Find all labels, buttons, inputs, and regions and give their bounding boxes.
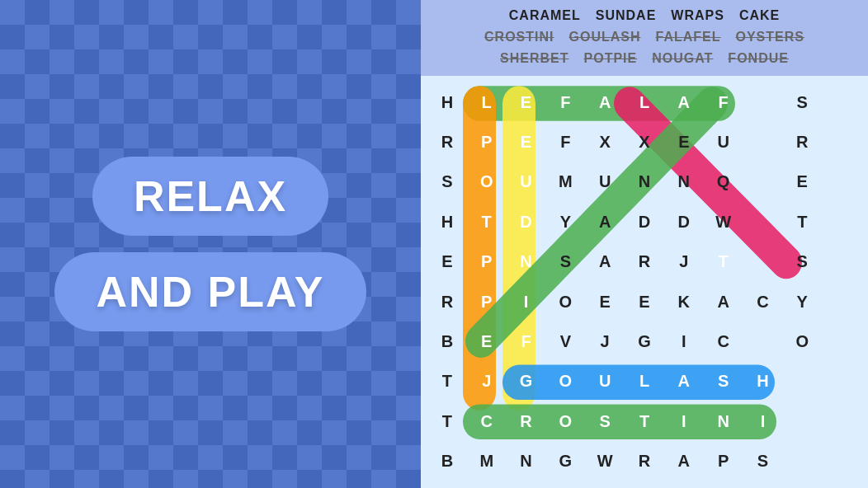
cell-3-0: H <box>427 202 467 242</box>
cell-6-9: O <box>782 321 822 361</box>
cell-0-1: L <box>467 82 507 122</box>
cell-5-5: E <box>625 282 664 321</box>
word-nougat: NOUGAT <box>649 49 716 68</box>
cell-0-9: S <box>782 82 822 122</box>
cell-3-8 <box>743 202 783 242</box>
cell-7-5: L <box>625 362 664 401</box>
cell-0-3: F <box>545 82 585 122</box>
cell-9-6: A <box>664 442 704 481</box>
cell-7-7: S <box>704 362 743 401</box>
cell-3-7: W <box>704 202 743 242</box>
cell-9-10 <box>822 442 861 481</box>
cell-8-7: N <box>704 401 743 441</box>
cell-1-0: R <box>427 122 467 162</box>
relax-text: RELAX <box>134 171 287 221</box>
cell-6-8 <box>743 321 783 361</box>
cell-0-4: A <box>585 82 625 122</box>
cell-7-8: H <box>743 362 783 401</box>
left-panel: RELAX AND PLAY <box>0 0 421 488</box>
cell-5-4: E <box>585 282 625 321</box>
cell-1-1: P <box>467 122 507 162</box>
cell-8-4: S <box>585 401 625 441</box>
cell-2-4: U <box>585 162 625 202</box>
word-potpie: POTPIE <box>581 49 641 68</box>
word-row-3: SHERBET POTPIE NOUGAT FONDUE <box>429 49 860 68</box>
cell-7-6: A <box>664 362 704 401</box>
cell-1-10 <box>822 122 861 162</box>
cell-0-7: F <box>704 82 743 122</box>
cell-1-9: R <box>782 122 822 162</box>
word-wraps: WRAPS <box>668 7 728 25</box>
cell-5-0: R <box>427 282 467 321</box>
cell-4-2: N <box>507 242 546 282</box>
cell-3-2: D <box>507 202 546 242</box>
cell-2-9: E <box>782 162 822 202</box>
cell-3-4: A <box>585 202 625 242</box>
word-list: CARAMEL SUNDAE WRAPS CAKE CROSTINI GOULA… <box>421 0 868 76</box>
cell-4-9: S <box>782 242 822 282</box>
cell-8-10 <box>822 401 861 441</box>
cell-4-3: S <box>545 242 585 282</box>
cell-3-9: T <box>782 202 822 242</box>
cell-9-9 <box>782 442 822 481</box>
cell-2-3: M <box>545 162 585 202</box>
word-falafel: FALAFEL <box>652 28 724 46</box>
cell-4-4: A <box>585 242 625 282</box>
cell-2-0: S <box>427 162 467 202</box>
cell-5-8: C <box>743 282 783 321</box>
cell-9-4: W <box>585 442 625 481</box>
cell-0-0: H <box>427 82 467 122</box>
cell-7-1: J <box>467 362 507 401</box>
cell-8-5: T <box>625 401 664 441</box>
cell-4-1: P <box>467 242 507 282</box>
cell-8-2: R <box>507 401 546 441</box>
cell-8-0: T <box>427 401 467 441</box>
cell-6-3: V <box>545 321 585 361</box>
word-row-1: CARAMEL SUNDAE WRAPS CAKE <box>429 7 860 25</box>
cell-8-8: I <box>743 401 783 441</box>
cell-8-9 <box>782 401 822 441</box>
cell-0-2: E <box>507 82 546 122</box>
cell-3-6: D <box>664 202 704 242</box>
cell-6-4: J <box>585 321 625 361</box>
cell-0-6: A <box>664 82 704 122</box>
cell-8-6: I <box>664 401 704 441</box>
cell-4-8 <box>743 242 783 282</box>
grid-container: H L E F A L A F S R P E F X X E U <box>427 82 861 481</box>
word-fondue: FONDUE <box>724 49 792 68</box>
word-crostini: CROSTINI <box>481 28 557 46</box>
cell-8-1: C <box>467 401 507 441</box>
relax-badge: RELAX <box>92 157 328 236</box>
word-row-2: CROSTINI GOULASH FALAFEL OYSTERS <box>429 28 860 46</box>
cell-7-2: G <box>507 362 546 401</box>
cell-1-3: F <box>545 122 585 162</box>
cell-6-5: G <box>625 321 664 361</box>
cell-5-9: Y <box>782 282 822 321</box>
cell-1-7: U <box>704 122 743 162</box>
word-goulash: GOULASH <box>565 28 644 46</box>
cell-2-6: N <box>664 162 704 202</box>
cell-1-4: X <box>585 122 625 162</box>
word-caramel: CARAMEL <box>506 7 584 25</box>
cell-8-3: O <box>545 401 585 441</box>
cell-7-10 <box>822 362 861 401</box>
cell-6-10 <box>822 321 861 361</box>
cell-9-5: R <box>625 442 664 481</box>
cell-2-2: U <box>507 162 546 202</box>
cell-1-6: E <box>664 122 704 162</box>
cell-7-4: U <box>585 362 625 401</box>
cell-5-10 <box>822 282 861 321</box>
cell-6-1: E <box>467 321 507 361</box>
cell-0-8 <box>743 82 783 122</box>
letter-grid[interactable]: H L E F A L A F S R P E F X X E U <box>427 82 861 481</box>
cell-9-7: P <box>704 442 743 481</box>
cell-1-5: X <box>625 122 664 162</box>
cell-3-5: D <box>625 202 664 242</box>
cell-3-1: T <box>467 202 507 242</box>
cell-6-7: C <box>704 321 743 361</box>
cell-2-7: Q <box>704 162 743 202</box>
cell-9-3: G <box>545 442 585 481</box>
grid-area[interactable]: H L E F A L A F S R P E F X X E U <box>421 76 868 488</box>
word-oysters: OYSTERS <box>732 28 807 46</box>
cell-5-6: K <box>664 282 704 321</box>
